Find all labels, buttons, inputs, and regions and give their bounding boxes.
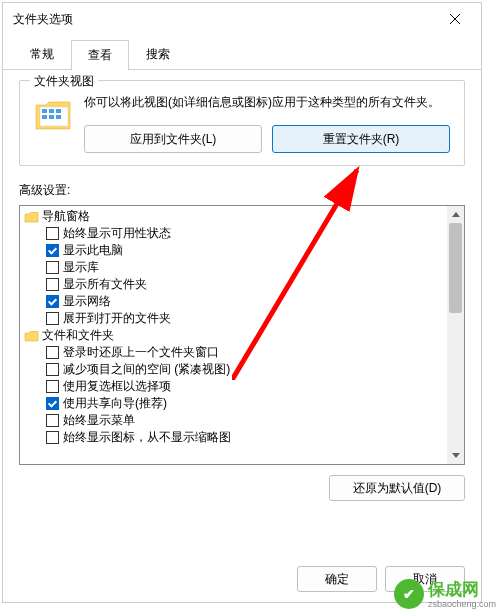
checkbox-icon[interactable] (46, 244, 59, 257)
folder-icon (24, 210, 39, 224)
checkbox-icon[interactable] (46, 278, 59, 291)
advanced-settings-box: 导航窗格 始终显示可用性状态 显示此电脑 显示库 显示所有文件夹 显示网络 展开… (19, 205, 465, 465)
content-area: 文件夹视图 你可以将此视图(如详细信息或图标)应用于这种类型的所有文件夹。 应用… (3, 70, 481, 511)
window-title: 文件夹选项 (13, 11, 73, 28)
checkbox-icon[interactable] (46, 312, 59, 325)
tree-item[interactable]: 使用共享向导(推荐) (20, 395, 447, 412)
svg-rect-8 (56, 115, 61, 119)
group-title: 文件夹视图 (30, 73, 98, 90)
tree-item[interactable]: 显示所有文件夹 (20, 276, 447, 293)
settings-tree[interactable]: 导航窗格 始终显示可用性状态 显示此电脑 显示库 显示所有文件夹 显示网络 展开… (20, 206, 447, 464)
chevron-down-icon (452, 453, 460, 458)
chevron-up-icon (452, 212, 460, 217)
folder-view-icon (34, 97, 74, 133)
checkbox-icon[interactable] (46, 397, 59, 410)
checkbox-icon[interactable] (46, 261, 59, 274)
tree-item[interactable]: 始终显示可用性状态 (20, 225, 447, 242)
watermark-logo-icon: ✔ (394, 579, 424, 609)
apply-to-folders-button[interactable]: 应用到文件夹(L) (84, 125, 262, 153)
tree-item[interactable]: 展开到打开的文件夹 (20, 310, 447, 327)
reset-folders-button[interactable]: 重置文件夹(R) (272, 125, 450, 153)
tab-general[interactable]: 常规 (13, 39, 71, 69)
svg-rect-5 (56, 109, 61, 113)
folder-view-description: 你可以将此视图(如详细信息或图标)应用于这种类型的所有文件夹。 (84, 93, 450, 111)
scroll-track[interactable] (447, 223, 464, 447)
tree-item[interactable]: 登录时还原上一个文件夹窗口 (20, 344, 447, 361)
section-label: 文件和文件夹 (42, 327, 114, 344)
section-label: 导航窗格 (42, 208, 90, 225)
svg-rect-6 (42, 115, 47, 119)
scroll-up-button[interactable] (447, 206, 464, 223)
tree-item[interactable]: 使用复选框以选择项 (20, 378, 447, 395)
svg-rect-3 (42, 109, 47, 113)
titlebar: 文件夹选项 (3, 3, 481, 35)
folder-icon (24, 329, 39, 343)
checkbox-icon[interactable] (46, 295, 59, 308)
watermark-sub: zsbaocheng.com (428, 599, 496, 609)
checkbox-icon[interactable] (46, 227, 59, 240)
scroll-thumb[interactable] (449, 223, 462, 313)
tab-search[interactable]: 搜索 (129, 39, 187, 69)
checkbox-icon[interactable] (46, 414, 59, 427)
tree-item[interactable]: 减少项目之间的空间 (紧凑视图) (20, 361, 447, 378)
svg-rect-4 (49, 109, 54, 113)
watermark-brand: 保成网 (428, 578, 496, 601)
tree-item[interactable]: 始终显示图标，从不显示缩略图 (20, 429, 447, 446)
scroll-down-button[interactable] (447, 447, 464, 464)
advanced-settings-label: 高级设置: (19, 182, 465, 199)
close-button[interactable] (433, 5, 477, 33)
folder-options-dialog: 文件夹选项 常规 查看 搜索 文件夹视图 你可以将此视图(如详细信息或图标)应用… (2, 2, 482, 603)
restore-defaults-button[interactable]: 还原为默认值(D) (329, 475, 465, 501)
checkbox-icon[interactable] (46, 363, 59, 376)
tree-section: 导航窗格 (20, 208, 447, 225)
checkbox-icon[interactable] (46, 431, 59, 444)
tree-item[interactable]: 始终显示菜单 (20, 412, 447, 429)
tab-view[interactable]: 查看 (71, 40, 129, 70)
tree-item[interactable]: 显示网络 (20, 293, 447, 310)
checkbox-icon[interactable] (46, 380, 59, 393)
folder-view-group: 文件夹视图 你可以将此视图(如详细信息或图标)应用于这种类型的所有文件夹。 应用… (19, 80, 465, 166)
scrollbar[interactable] (447, 206, 464, 464)
watermark: ✔ 保成网 zsbaocheng.com (394, 578, 496, 609)
tree-item[interactable]: 显示库 (20, 259, 447, 276)
tree-item[interactable]: 显示此电脑 (20, 242, 447, 259)
svg-rect-7 (49, 115, 54, 119)
tree-section: 文件和文件夹 (20, 327, 447, 344)
checkbox-icon[interactable] (46, 346, 59, 359)
close-icon (450, 14, 460, 24)
ok-button[interactable]: 确定 (297, 566, 377, 592)
tabs-bar: 常规 查看 搜索 (3, 35, 481, 70)
